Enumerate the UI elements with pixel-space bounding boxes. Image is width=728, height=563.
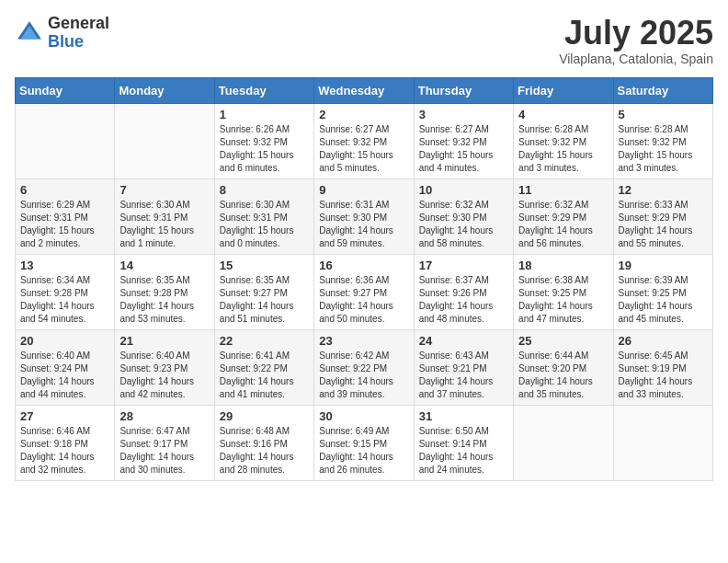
day-info: Sunrise: 6:40 AMSunset: 9:24 PMDaylight:…	[20, 350, 109, 401]
day-cell: 19Sunrise: 6:39 AMSunset: 9:25 PMDayligh…	[613, 254, 712, 329]
day-cell: 24Sunrise: 6:43 AMSunset: 9:21 PMDayligh…	[414, 329, 513, 405]
header-cell-wednesday: Wednesday	[314, 77, 414, 103]
day-info: Sunrise: 6:49 AMSunset: 9:15 PMDaylight:…	[319, 425, 408, 477]
location-subtitle: Vilaplana, Catalonia, Spain	[559, 52, 713, 66]
header-cell-tuesday: Tuesday	[214, 77, 313, 103]
day-number: 10	[419, 183, 508, 197]
day-info: Sunrise: 6:50 AMSunset: 9:14 PMDaylight:…	[419, 425, 508, 477]
day-number: 12	[619, 183, 708, 197]
day-cell: 8Sunrise: 6:30 AMSunset: 9:31 PMDaylight…	[214, 178, 313, 254]
day-info: Sunrise: 6:30 AMSunset: 9:31 PMDaylight:…	[220, 199, 309, 250]
day-info: Sunrise: 6:44 AMSunset: 9:20 PMDaylight:…	[518, 350, 608, 401]
month-title: July 2025	[559, 15, 713, 52]
header-cell-friday: Friday	[514, 77, 613, 103]
day-cell: 2Sunrise: 6:27 AMSunset: 9:32 PMDaylight…	[314, 103, 414, 178]
day-info: Sunrise: 6:33 AMSunset: 9:29 PMDaylight:…	[619, 199, 708, 250]
day-cell	[115, 103, 214, 178]
day-info: Sunrise: 6:27 AMSunset: 9:32 PMDaylight:…	[419, 123, 508, 175]
day-info: Sunrise: 6:42 AMSunset: 9:22 PMDaylight:…	[319, 350, 408, 401]
day-number: 7	[119, 183, 209, 197]
day-number: 28	[119, 409, 209, 423]
day-cell	[613, 405, 712, 480]
day-info: Sunrise: 6:35 AMSunset: 9:27 PMDaylight:…	[220, 274, 309, 326]
day-number: 11	[518, 183, 608, 197]
day-cell: 25Sunrise: 6:44 AMSunset: 9:20 PMDayligh…	[514, 329, 613, 405]
day-info: Sunrise: 6:36 AMSunset: 9:27 PMDaylight:…	[319, 274, 408, 326]
day-number: 8	[220, 183, 309, 197]
day-info: Sunrise: 6:32 AMSunset: 9:29 PMDaylight:…	[518, 199, 608, 250]
header-cell-saturday: Saturday	[613, 77, 712, 103]
day-cell: 11Sunrise: 6:32 AMSunset: 9:29 PMDayligh…	[514, 178, 613, 254]
week-row-2: 6Sunrise: 6:29 AMSunset: 9:31 PMDaylight…	[16, 178, 713, 254]
calendar-header: SundayMondayTuesdayWednesdayThursdayFrid…	[16, 77, 713, 103]
day-cell: 22Sunrise: 6:41 AMSunset: 9:22 PMDayligh…	[214, 329, 313, 405]
day-cell: 31Sunrise: 6:50 AMSunset: 9:14 PMDayligh…	[414, 405, 513, 480]
calendar-body: 1Sunrise: 6:26 AMSunset: 9:32 PMDaylight…	[16, 103, 713, 480]
day-cell: 30Sunrise: 6:49 AMSunset: 9:15 PMDayligh…	[314, 405, 414, 480]
week-row-1: 1Sunrise: 6:26 AMSunset: 9:32 PMDaylight…	[16, 103, 713, 178]
day-cell: 26Sunrise: 6:45 AMSunset: 9:19 PMDayligh…	[613, 329, 712, 405]
day-number: 22	[220, 334, 309, 348]
day-cell	[16, 103, 115, 178]
day-cell: 9Sunrise: 6:31 AMSunset: 9:30 PMDaylight…	[314, 178, 414, 254]
day-number: 25	[518, 334, 608, 348]
day-info: Sunrise: 6:29 AMSunset: 9:31 PMDaylight:…	[20, 199, 109, 250]
header-row: SundayMondayTuesdayWednesdayThursdayFrid…	[16, 77, 713, 103]
calendar-table: SundayMondayTuesdayWednesdayThursdayFrid…	[15, 77, 713, 481]
page-header: General Blue July 2025 Vilaplana, Catalo…	[15, 15, 713, 66]
day-cell: 14Sunrise: 6:35 AMSunset: 9:28 PMDayligh…	[115, 254, 214, 329]
day-cell: 17Sunrise: 6:37 AMSunset: 9:26 PMDayligh…	[414, 254, 513, 329]
day-info: Sunrise: 6:45 AMSunset: 9:19 PMDaylight:…	[619, 350, 708, 401]
day-number: 29	[220, 409, 309, 423]
day-number: 1	[220, 108, 309, 121]
day-cell: 7Sunrise: 6:30 AMSunset: 9:31 PMDaylight…	[115, 178, 214, 254]
day-info: Sunrise: 6:37 AMSunset: 9:26 PMDaylight:…	[419, 274, 508, 326]
header-cell-sunday: Sunday	[16, 77, 115, 103]
day-number: 4	[518, 108, 608, 121]
day-number: 31	[419, 409, 508, 423]
day-info: Sunrise: 6:31 AMSunset: 9:30 PMDaylight:…	[319, 199, 408, 250]
day-cell: 16Sunrise: 6:36 AMSunset: 9:27 PMDayligh…	[314, 254, 414, 329]
day-number: 30	[319, 409, 408, 423]
day-info: Sunrise: 6:38 AMSunset: 9:25 PMDaylight:…	[518, 274, 608, 326]
day-info: Sunrise: 6:34 AMSunset: 9:28 PMDaylight:…	[20, 274, 109, 326]
day-cell: 1Sunrise: 6:26 AMSunset: 9:32 PMDaylight…	[214, 103, 313, 178]
day-info: Sunrise: 6:32 AMSunset: 9:30 PMDaylight:…	[419, 199, 508, 250]
title-block: July 2025 Vilaplana, Catalonia, Spain	[559, 15, 713, 66]
day-info: Sunrise: 6:46 AMSunset: 9:18 PMDaylight:…	[20, 425, 109, 477]
day-info: Sunrise: 6:28 AMSunset: 9:32 PMDaylight:…	[619, 123, 708, 175]
day-info: Sunrise: 6:35 AMSunset: 9:28 PMDaylight:…	[119, 274, 209, 326]
day-info: Sunrise: 6:26 AMSunset: 9:32 PMDaylight:…	[220, 123, 309, 175]
header-cell-thursday: Thursday	[414, 77, 513, 103]
day-cell: 23Sunrise: 6:42 AMSunset: 9:22 PMDayligh…	[314, 329, 414, 405]
day-cell: 18Sunrise: 6:38 AMSunset: 9:25 PMDayligh…	[514, 254, 613, 329]
day-cell: 20Sunrise: 6:40 AMSunset: 9:24 PMDayligh…	[16, 329, 115, 405]
day-number: 19	[619, 259, 708, 272]
week-row-3: 13Sunrise: 6:34 AMSunset: 9:28 PMDayligh…	[16, 254, 713, 329]
day-info: Sunrise: 6:40 AMSunset: 9:23 PMDaylight:…	[119, 350, 209, 401]
day-number: 16	[319, 259, 408, 272]
day-info: Sunrise: 6:48 AMSunset: 9:16 PMDaylight:…	[220, 425, 309, 477]
day-cell: 6Sunrise: 6:29 AMSunset: 9:31 PMDaylight…	[16, 178, 115, 254]
day-number: 3	[419, 108, 508, 121]
day-number: 14	[119, 259, 209, 272]
day-number: 20	[20, 334, 109, 348]
day-cell	[514, 405, 613, 480]
day-number: 24	[419, 334, 508, 348]
day-cell: 15Sunrise: 6:35 AMSunset: 9:27 PMDayligh…	[214, 254, 313, 329]
logo-blue: Blue	[48, 33, 109, 52]
day-cell: 4Sunrise: 6:28 AMSunset: 9:32 PMDaylight…	[514, 103, 613, 178]
day-number: 18	[518, 259, 608, 272]
day-number: 13	[20, 259, 109, 272]
day-cell: 12Sunrise: 6:33 AMSunset: 9:29 PMDayligh…	[613, 178, 712, 254]
day-info: Sunrise: 6:39 AMSunset: 9:25 PMDaylight:…	[619, 274, 708, 326]
day-cell: 10Sunrise: 6:32 AMSunset: 9:30 PMDayligh…	[414, 178, 513, 254]
logo-general: General	[48, 15, 109, 33]
day-cell: 5Sunrise: 6:28 AMSunset: 9:32 PMDaylight…	[613, 103, 712, 178]
day-info: Sunrise: 6:47 AMSunset: 9:17 PMDaylight:…	[119, 425, 209, 477]
day-info: Sunrise: 6:30 AMSunset: 9:31 PMDaylight:…	[119, 199, 209, 250]
day-info: Sunrise: 6:27 AMSunset: 9:32 PMDaylight:…	[319, 123, 408, 175]
logo-icon	[15, 18, 44, 48]
day-cell: 3Sunrise: 6:27 AMSunset: 9:32 PMDaylight…	[414, 103, 513, 178]
day-number: 2	[319, 108, 408, 121]
